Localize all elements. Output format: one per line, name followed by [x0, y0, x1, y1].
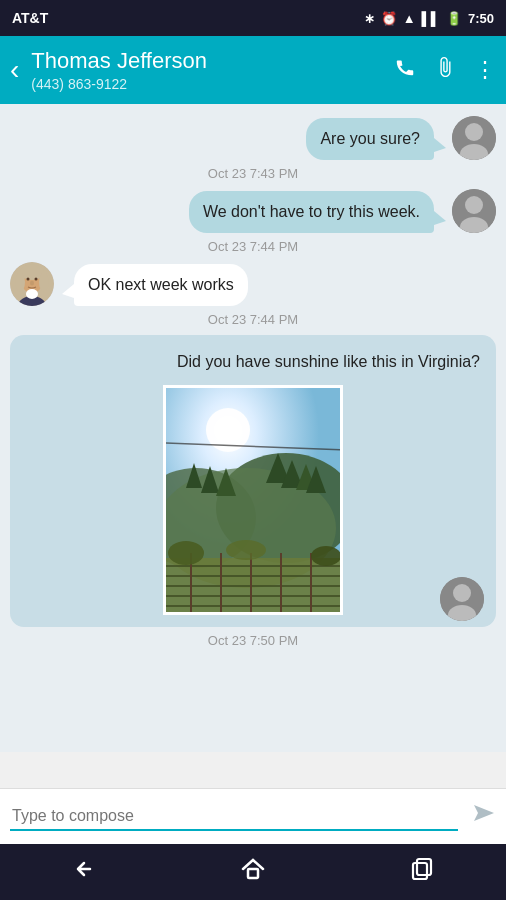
sent-avatar-sunshine: [440, 577, 490, 619]
contact-info: Thomas Jefferson (443) 863-9122: [31, 48, 394, 92]
message-timestamp: Oct 23 7:43 PM: [0, 166, 506, 181]
svg-point-1: [465, 123, 483, 141]
received-avatar: [10, 262, 54, 306]
sent-bubble: We don't have to try this week.: [189, 191, 434, 233]
contact-name: Thomas Jefferson: [31, 48, 394, 74]
svg-point-13: [27, 278, 30, 281]
back-button[interactable]: ‹: [10, 56, 19, 84]
svg-rect-50: [417, 859, 431, 875]
received-bubble: OK next week works: [74, 264, 248, 306]
compose-input[interactable]: [10, 803, 458, 831]
header-actions: ⋮: [394, 56, 496, 84]
battery-icon: 🔋: [446, 11, 462, 26]
sent-avatar: [452, 189, 496, 233]
svg-point-41: [168, 541, 204, 565]
carrier-label: AT&T: [12, 10, 48, 26]
attach-button[interactable]: [434, 56, 456, 84]
bubble-tail-sunshine: [480, 607, 490, 619]
svg-point-43: [226, 540, 266, 560]
sunshine-message-bubble: Did you have sunshine like this in Virgi…: [10, 335, 496, 627]
contact-phone: (443) 863-9122: [31, 76, 394, 92]
message-text: OK next week works: [88, 276, 234, 293]
message-row: OK next week works: [0, 262, 506, 306]
input-bar: [0, 788, 506, 844]
alarm-icon: ⏰: [381, 11, 397, 26]
chat-area: Are you sure? Oct 23 7:43 PM We don't ha…: [0, 104, 506, 752]
svg-point-9: [15, 272, 25, 292]
status-bar: AT&T ∗ ⏰ ▲ ▌▌ 🔋 7:50: [0, 0, 506, 36]
svg-marker-47: [474, 805, 494, 821]
message-text: Are you sure?: [320, 130, 420, 147]
svg-point-4: [465, 196, 483, 214]
message-row: We don't have to try this week.: [0, 189, 506, 233]
message-timestamp: Oct 23 7:44 PM: [0, 239, 506, 254]
svg-point-12: [26, 289, 38, 299]
call-button[interactable]: [394, 56, 416, 84]
message-text: We don't have to try this week.: [203, 203, 420, 220]
sent-bubble: Are you sure?: [306, 118, 434, 160]
svg-point-15: [30, 281, 34, 286]
message-row: Are you sure?: [0, 116, 506, 160]
sent-avatar: [452, 116, 496, 160]
send-button[interactable]: [468, 799, 496, 834]
svg-point-45: [453, 584, 471, 602]
recent-nav-button[interactable]: [408, 855, 436, 889]
bluetooth-icon: ∗: [364, 11, 375, 26]
sunshine-text: Did you have sunshine like this in Virgi…: [26, 351, 480, 373]
back-nav-button[interactable]: [70, 855, 98, 889]
svg-point-14: [35, 278, 38, 281]
bubble-tail: [62, 284, 74, 298]
svg-rect-49: [413, 863, 427, 879]
bubble-tail: [434, 211, 446, 225]
signal-icon: ▌▌: [422, 11, 440, 26]
time-label: 7:50: [468, 11, 494, 26]
svg-point-10: [39, 272, 49, 292]
header: ‹ Thomas Jefferson (443) 863-9122 ⋮: [0, 36, 506, 104]
message-timestamp: Oct 23 7:50 PM: [0, 633, 506, 648]
more-options-button[interactable]: ⋮: [474, 57, 496, 83]
photo-attachment[interactable]: [163, 385, 343, 615]
message-timestamp: Oct 23 7:44 PM: [0, 312, 506, 327]
bottom-nav: [0, 844, 506, 900]
bubble-tail: [434, 138, 446, 152]
svg-rect-48: [248, 869, 258, 878]
svg-point-18: [214, 416, 242, 444]
home-nav-button[interactable]: [239, 855, 267, 889]
wifi-icon: ▲: [403, 11, 416, 26]
svg-point-42: [311, 546, 341, 566]
